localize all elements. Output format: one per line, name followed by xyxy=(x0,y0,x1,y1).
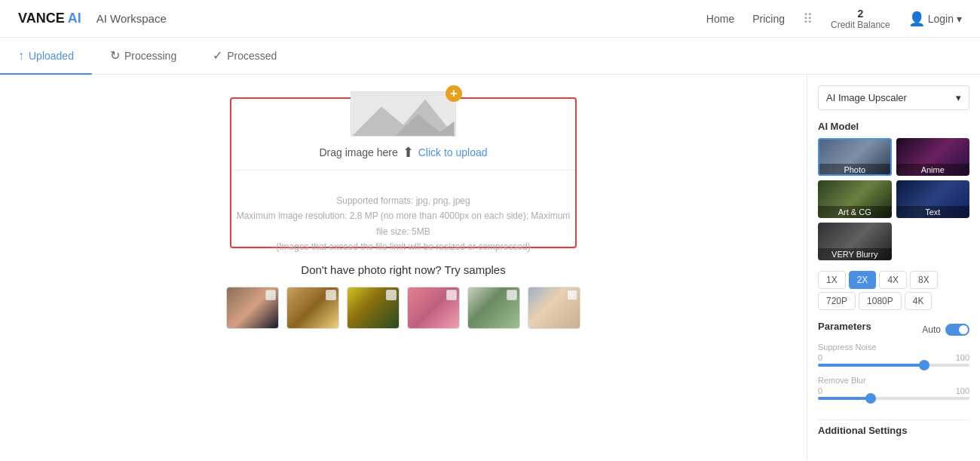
upload-icon: ↑ xyxy=(18,49,24,63)
suppress-noise-fill xyxy=(818,364,924,367)
sample-checkbox-1[interactable] xyxy=(265,290,276,300)
sample-checkbox-3[interactable] xyxy=(386,290,397,300)
more-icon[interactable]: ⠿ xyxy=(803,11,813,27)
model-blurry-label: VERY Blurry xyxy=(818,248,892,260)
nav-home[interactable]: Home xyxy=(706,13,734,25)
toggle-track[interactable] xyxy=(945,324,969,336)
plus-icon: + xyxy=(446,85,462,102)
ai-model-title: AI Model xyxy=(818,121,969,132)
nav-pricing[interactable]: Pricing xyxy=(752,13,785,25)
model-dropdown[interactable]: AI Image Upscaler ▾ xyxy=(818,85,969,110)
sample-checkbox-2[interactable] xyxy=(326,290,336,300)
suppress-noise-slider: Suppress Noise 0 100 xyxy=(818,343,969,367)
upload-text-row: Drag image here ⬆ Click to upload xyxy=(319,144,487,161)
scale-row: 1X 2X 4X 8X xyxy=(818,271,969,289)
sample-checkbox-6[interactable] xyxy=(567,290,577,300)
samples-grid xyxy=(226,287,580,329)
suppress-noise-max: 100 xyxy=(956,353,969,362)
max-resolution: Maximum image resolution: 2.8 MP (no mor… xyxy=(231,208,575,239)
res-1080p[interactable]: 1080P xyxy=(859,292,902,310)
model-anime-label: Anime xyxy=(896,164,970,176)
sample-item-3[interactable] xyxy=(347,287,400,329)
remove-blur-fill xyxy=(818,397,871,400)
model-text[interactable]: Text xyxy=(896,180,970,218)
credit-info: 2 Credit Balance xyxy=(831,8,890,30)
tab-processing[interactable]: ↻ Processing xyxy=(92,38,194,75)
suppress-noise-thumb[interactable] xyxy=(919,360,929,370)
scale-section: 1X 2X 4X 8X 720P 1080P 4K xyxy=(818,271,969,310)
sample-checkbox-4[interactable] xyxy=(446,290,457,300)
upload-link[interactable]: Click to upload xyxy=(418,146,488,158)
credit-number: 2 xyxy=(857,8,863,20)
model-anime[interactable]: Anime xyxy=(896,138,970,176)
tabs-bar: ↑ Uploaded ↻ Processing ✓ Processed xyxy=(0,38,980,75)
model-artcg[interactable]: Art & CG xyxy=(818,180,892,218)
upload-area[interactable]: + Drag image here ⬆ Click to upload Supp… xyxy=(230,97,577,248)
dropdown-chevron-icon: ▾ xyxy=(956,92,961,103)
auto-toggle[interactable]: Auto xyxy=(922,324,969,336)
remove-blur-track[interactable] xyxy=(818,397,969,400)
remove-blur-minmax: 0 100 xyxy=(818,386,969,395)
processed-icon: ✓ xyxy=(213,48,222,63)
remove-blur-slider: Remove Blur 0 100 xyxy=(818,376,969,400)
scale-4x[interactable]: 4X xyxy=(879,271,907,289)
header-nav: Home Pricing ⠿ 2 Credit Balance 👤 Login … xyxy=(706,8,962,30)
tab-processing-label: Processing xyxy=(124,50,176,62)
supported-formats: Supported formats: jpg, png, jpeg xyxy=(231,193,575,208)
scale-1x[interactable]: 1X xyxy=(818,271,846,289)
processing-icon: ↻ xyxy=(110,48,120,63)
sample-item-2[interactable] xyxy=(286,287,339,329)
res-4k[interactable]: 4K xyxy=(905,292,933,310)
model-blurry[interactable]: VERY Blurry xyxy=(818,223,892,260)
remove-blur-max: 100 xyxy=(956,386,969,395)
sample-item-5[interactable] xyxy=(467,287,520,329)
tab-processed-label: Processed xyxy=(227,50,277,62)
suppress-noise-minmax: 0 100 xyxy=(818,353,969,362)
model-text-label: Text xyxy=(896,206,970,218)
scale-8x[interactable]: 8X xyxy=(910,271,938,289)
sample-item-4[interactable] xyxy=(407,287,460,329)
auto-label: Auto xyxy=(922,324,941,335)
upload-placeholder: + xyxy=(351,91,456,137)
page-title: AI Workspace xyxy=(96,12,167,25)
remove-blur-thumb[interactable] xyxy=(865,393,876,404)
model-photo[interactable]: Photo xyxy=(818,138,892,176)
model-photo-label: Photo xyxy=(818,164,892,176)
header: VANCEAI AI Workspace Home Pricing ⠿ 2 Cr… xyxy=(0,0,980,38)
tab-processed[interactable]: ✓ Processed xyxy=(194,38,295,75)
suppress-noise-track[interactable] xyxy=(818,364,969,367)
chevron-down-icon: ▾ xyxy=(957,13,962,25)
upload-info: Supported formats: jpg, png, jpeg Maximu… xyxy=(231,193,575,255)
parameters-title: Parameters xyxy=(818,321,871,332)
compress-note: (Images that exceed the file limit will … xyxy=(231,239,575,254)
sample-item-6[interactable] xyxy=(528,287,580,329)
placeholder-image xyxy=(351,91,456,137)
remove-blur-label: Remove Blur xyxy=(818,376,866,385)
sample-checkbox-5[interactable] xyxy=(507,290,517,300)
login-label: Login xyxy=(928,13,954,25)
suppress-noise-labels: Suppress Noise xyxy=(818,343,969,352)
model-artcg-label: Art & CG xyxy=(818,206,892,218)
res-720p[interactable]: 720P xyxy=(818,292,856,310)
tab-uploaded[interactable]: ↑ Uploaded xyxy=(0,38,92,75)
content-area: + Drag image here ⬆ Click to upload Supp… xyxy=(0,75,807,460)
parameters-section: Parameters Auto Suppress Noise 0 100 xyxy=(818,321,969,409)
sample-item-1[interactable] xyxy=(226,287,279,329)
logo[interactable]: VANCEAI xyxy=(18,11,81,26)
resolution-row: 720P 1080P 4K xyxy=(818,292,969,310)
additional-settings: Additional Settings xyxy=(818,420,969,441)
ai-model-section: AI Model Photo Anime Art & CG Text VERY … xyxy=(818,121,969,260)
logo-vance: VANCE xyxy=(18,11,65,26)
model-grid: Photo Anime Art & CG Text VERY Blurry xyxy=(818,138,969,260)
login-button[interactable]: 👤 Login ▾ xyxy=(908,11,962,27)
credit-label: Credit Balance xyxy=(831,20,890,30)
scale-2x[interactable]: 2X xyxy=(849,271,877,289)
remove-blur-min: 0 xyxy=(818,386,822,395)
logo-ai: AI xyxy=(68,11,81,26)
samples-title: Don't have photo right now? Try samples xyxy=(301,263,505,276)
user-icon: 👤 xyxy=(908,11,925,27)
drag-text: Drag image here xyxy=(319,146,397,158)
tab-uploaded-label: Uploaded xyxy=(29,50,74,62)
main-layout: + Drag image here ⬆ Click to upload Supp… xyxy=(0,75,980,460)
remove-blur-labels: Remove Blur xyxy=(818,376,969,385)
